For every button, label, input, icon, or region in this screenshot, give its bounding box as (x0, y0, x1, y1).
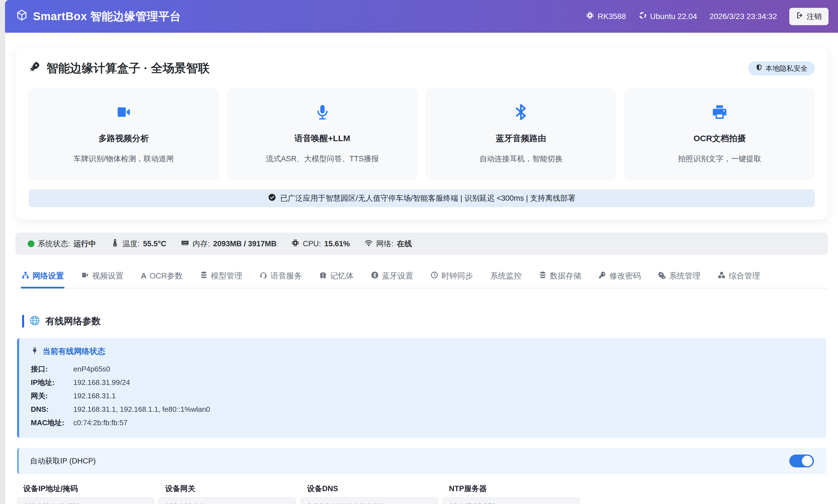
status-label: 网络: (376, 239, 394, 249)
feature-title: 多路视频分析 (36, 133, 212, 144)
font-a-icon: A (141, 271, 147, 281)
shield-icon (755, 64, 763, 73)
net-panel-title-row: 当前有线网络状态 (31, 346, 815, 357)
logout-label: 注销 (807, 12, 822, 21)
feature-card-video: 多路视频分析 车牌识别/物体检测，联动道闸 (29, 88, 219, 180)
page: SmartBox 智能边缘管理平台 RK3588 Ubuntu 22.04 20… (0, 0, 838, 504)
printer-icon (631, 104, 808, 121)
os-label: Ubuntu 22.04 (650, 12, 697, 21)
status-value: 55.5°C (143, 239, 166, 248)
key-icon (598, 271, 606, 281)
net-row-mac: MAC地址: c0:74:2b:fb:fb:57 (31, 416, 815, 429)
thermometer-icon (111, 239, 119, 249)
dhcp-panel: 自动获取IP (DHCP) (17, 448, 826, 474)
tab-memory[interactable]: 记忆体 (319, 266, 354, 288)
globe-icon (29, 315, 40, 327)
tab-comprehensive-management[interactable]: 综合管理 (717, 266, 760, 288)
field-label: 设备IP地址/掩码 (17, 484, 154, 494)
tab-clock-sync[interactable]: 时钟同步 (430, 266, 473, 288)
headset-icon (259, 271, 267, 281)
section-accent-bar (22, 315, 24, 328)
net-row-label: MAC地址: (31, 416, 68, 429)
microphone-icon (234, 104, 411, 121)
logout-icon (796, 12, 804, 21)
net-row-label: 网关: (31, 389, 68, 402)
feature-card-ocr: OCR文档拍摄 拍照识别文字，一键提取 (625, 88, 815, 180)
status-item-temperature: 温度: 55.5°C (111, 239, 166, 249)
tab-label: 系统管理 (669, 271, 700, 281)
field-label: 设备网关 (159, 484, 296, 494)
tab-change-password[interactable]: 修改密码 (598, 266, 641, 288)
tab-model-management[interactable]: 模型管理 (199, 266, 243, 288)
tab-label: 综合管理 (729, 271, 760, 281)
memory-icon (181, 239, 189, 249)
tab-bluetooth-settings[interactable]: 蓝牙设置 (370, 266, 414, 288)
wired-network-status-panel: 当前有线网络状态 接口: enP4p65s0 IP地址: 192.168.31.… (17, 338, 826, 438)
net-row-value: 192.168.31.1, 192.168.1.1, fe80::1%wlan0 (73, 402, 210, 416)
tab-data-storage[interactable]: 数据存储 (538, 266, 582, 288)
network-settings-panel: 有线网络参数 当前有线网络状态 接口: enP4p65s0 IP地址: 192.… (15, 315, 828, 504)
net-row-value: c0:74:2b:fb:fb:57 (73, 416, 127, 429)
status-value: 2093MB / 3917MB (213, 239, 276, 248)
network-form: 设备IP地址/掩码 设备网关 设备DNS NTP服务器 (17, 484, 826, 504)
field-device-gateway: 设备网关 (159, 484, 296, 504)
device-dns-input[interactable] (301, 498, 438, 504)
tab-system-monitor[interactable]: 系统监控 (490, 266, 522, 288)
hero-head: 智能边缘计算盒子 · 全场景智联 本地隐私安全 (29, 60, 815, 76)
field-device-dns: 设备DNS (301, 484, 438, 504)
cpu-icon (291, 239, 300, 249)
wifi-icon (364, 239, 373, 249)
chip-meta: RK3588 (586, 11, 626, 21)
video-camera-icon (81, 271, 89, 281)
tab-network-settings[interactable]: 网络设置 (21, 266, 64, 288)
feature-card-voice: 语音唤醒+LLM 流式ASR、大模型问答、TTS播报 (227, 88, 417, 180)
device-ip-input[interactable] (17, 498, 154, 504)
field-ntp-server: NTP服务器 (443, 484, 580, 504)
tab-label: 网络设置 (33, 271, 64, 281)
field-label: 设备DNS (301, 484, 438, 494)
status-item-cpu: CPU: 15.61% (291, 239, 350, 249)
status-item-system: 系统状态: 运行中 (28, 239, 96, 249)
content: SmartBox 智能边缘管理平台 RK3588 Ubuntu 22.04 20… (5, 0, 838, 504)
feature-title: 语音唤醒+LLM (234, 133, 411, 144)
tab-label: 视频设置 (92, 271, 123, 281)
dhcp-toggle[interactable] (789, 454, 814, 467)
ntp-server-input[interactable] (443, 498, 580, 504)
feature-desc: 拍照识别文字，一键提取 (631, 154, 808, 164)
tab-label: 模型管理 (211, 271, 242, 281)
chip-label: RK3588 (598, 12, 626, 21)
brain-icon (319, 271, 327, 281)
feature-card-bluetooth: 蓝牙音频路由 自动连接耳机，智能切换 (426, 88, 616, 180)
tab-label: 时钟同步 (441, 271, 473, 281)
device-gateway-input[interactable] (159, 498, 296, 504)
hero-banner: 已广泛应用于智慧园区/无人值守停车场/智能客服终端 | 识别延迟 <300ms … (29, 189, 815, 207)
cube-logo-icon (16, 9, 28, 24)
tab-label: 记忆体 (330, 271, 354, 281)
status-item-memory: 内存: 2093MB / 3917MB (181, 239, 276, 249)
net-row-value: enP4p65s0 (73, 362, 110, 376)
header-right: RK3588 Ubuntu 22.04 2026/3/23 23:34:32 注… (586, 8, 828, 25)
database-icon (200, 271, 208, 281)
tab-label: 数据存储 (550, 271, 581, 281)
status-value: 运行中 (74, 239, 96, 249)
video-camera-icon (36, 104, 212, 121)
tab-ocr-params[interactable]: A OCR参数 (140, 266, 183, 288)
tab-video-settings[interactable]: 视频设置 (81, 266, 124, 288)
section-title: 有线网络参数 (45, 315, 101, 328)
net-row-ip: IP地址: 192.168.31.99/24 (31, 376, 815, 389)
net-row-label: 接口: (31, 362, 68, 376)
gears-icon (658, 271, 666, 281)
tab-system-management[interactable]: 系统管理 (657, 266, 701, 288)
tab-label: OCR参数 (150, 271, 183, 281)
net-row-value: 192.168.31.99/24 (73, 376, 130, 389)
field-device-ip: 设备IP地址/掩码 (17, 484, 154, 504)
hero-title-row: 智能边缘计算盒子 · 全场景智联 (29, 60, 210, 76)
tab-voice-service[interactable]: 语音服务 (259, 266, 302, 288)
app-title: SmartBox 智能边缘管理平台 (33, 9, 181, 24)
sitemap-icon (21, 271, 29, 281)
clock-icon (430, 271, 438, 281)
section-head: 有线网络参数 (22, 315, 826, 328)
tab-label: 语音服务 (270, 271, 302, 281)
net-row-label: DNS: (31, 402, 68, 416)
logout-button[interactable]: 注销 (789, 8, 828, 25)
